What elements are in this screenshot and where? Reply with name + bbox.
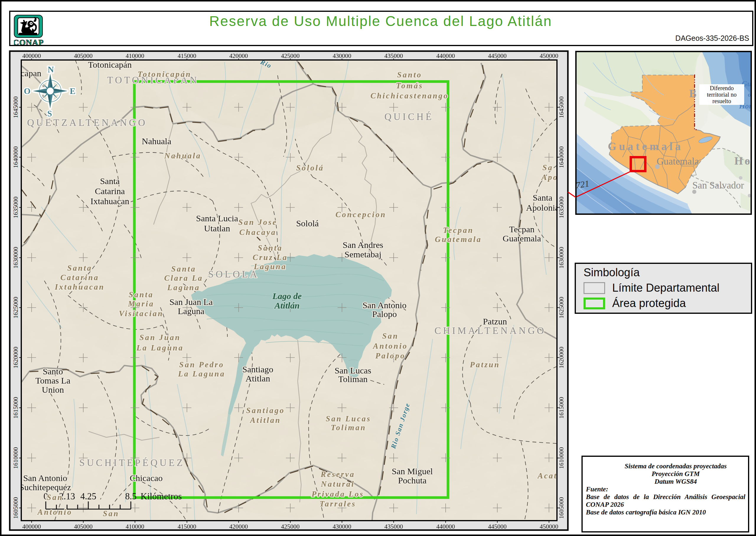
svg-text:Totonicapán: Totonicapán bbox=[138, 70, 192, 79]
svg-text:Union: Union bbox=[42, 385, 64, 394]
svg-text:capan: capan bbox=[21, 68, 41, 78]
svg-text:445000: 445000 bbox=[488, 52, 507, 59]
svg-text:405000: 405000 bbox=[74, 52, 93, 59]
svg-text:Atitlan: Atitlan bbox=[245, 374, 270, 383]
svg-text:1605000: 1605000 bbox=[12, 497, 19, 519]
svg-text:QUETZALTENANGO: QUETZALTENANGO bbox=[27, 117, 147, 128]
svg-text:Palopo: Palopo bbox=[375, 351, 405, 360]
svg-text:San: San bbox=[47, 493, 63, 502]
svg-text:440000: 440000 bbox=[436, 523, 455, 530]
svg-text:Guatemala: Guatemala bbox=[435, 235, 482, 244]
svg-text:Guatemala: Guatemala bbox=[608, 140, 683, 152]
svg-text:Toliman: Toliman bbox=[331, 423, 366, 432]
svg-text:San Antonio: San Antonio bbox=[23, 473, 67, 483]
svg-text:San Lucas: San Lucas bbox=[326, 414, 371, 423]
svg-text:San: San bbox=[103, 509, 119, 518]
svg-text:1620000: 1620000 bbox=[12, 347, 19, 368]
svg-text:1645000: 1645000 bbox=[12, 96, 19, 118]
svg-text:Antonio: Antonio bbox=[372, 342, 408, 351]
svg-text:San Andres: San Andres bbox=[343, 240, 383, 250]
svg-text:San Juan: San Juan bbox=[140, 333, 180, 342]
svg-text:Tomás: Tomás bbox=[396, 81, 424, 90]
svg-text:territorial no: territorial no bbox=[707, 91, 737, 98]
svg-text:Catarina: Catarina bbox=[95, 186, 125, 196]
svg-text:E: E bbox=[70, 86, 75, 96]
svg-text:San: San bbox=[382, 331, 399, 340]
svg-text:San Antonio: San Antonio bbox=[362, 300, 406, 310]
svg-text:Guatemala: Guatemala bbox=[657, 156, 699, 167]
svg-text:Tomas La: Tomas La bbox=[35, 376, 71, 385]
svg-text:Santiago: Santiago bbox=[242, 364, 273, 374]
svg-text:Patzun: Patzun bbox=[483, 317, 507, 326]
svg-text:1615000: 1615000 bbox=[12, 397, 19, 419]
svg-text:721: 721 bbox=[575, 179, 590, 190]
svg-text:Natural: Natural bbox=[320, 480, 355, 488]
svg-text:425000: 425000 bbox=[281, 523, 300, 530]
svg-text:N: N bbox=[48, 65, 54, 74]
svg-text:420000: 420000 bbox=[230, 52, 248, 59]
svg-text:SUCHITEPÉQUEZ: SUCHITEPÉQUEZ bbox=[79, 457, 185, 468]
svg-text:Maria: Maria bbox=[128, 299, 154, 308]
svg-text:Chichicastenango: Chichicastenango bbox=[370, 91, 449, 100]
svg-text:San Miguel: San Miguel bbox=[392, 466, 433, 476]
svg-text:440000: 440000 bbox=[436, 52, 455, 59]
svg-text:Sololá: Sololá bbox=[296, 218, 319, 228]
svg-text:410000: 410000 bbox=[126, 52, 144, 59]
svg-text:San Jose: San Jose bbox=[238, 218, 277, 227]
svg-text:1610000: 1610000 bbox=[12, 447, 19, 469]
svg-text:QUICHÉ: QUICHÉ bbox=[385, 112, 434, 122]
svg-text:Santa: Santa bbox=[67, 264, 92, 272]
svg-text:S: S bbox=[47, 109, 52, 118]
svg-text:Santo: Santo bbox=[43, 366, 63, 376]
svg-text:Pochuta: Pochuta bbox=[398, 475, 427, 485]
svg-text:405000: 405000 bbox=[74, 523, 93, 530]
svg-text:Tarrales: Tarrales bbox=[320, 499, 356, 508]
svg-text:Laguna: Laguna bbox=[167, 283, 200, 292]
svg-text:Santa: Santa bbox=[129, 290, 154, 299]
svg-text:Santa: Santa bbox=[533, 193, 552, 202]
svg-text:Cruz La: Cruz La bbox=[253, 253, 288, 262]
svg-text:1630000: 1630000 bbox=[12, 247, 19, 269]
svg-text:Apolonia: Apolonia bbox=[526, 203, 559, 213]
svg-text:San Salvador: San Salvador bbox=[692, 180, 744, 190]
svg-text:B: B bbox=[689, 87, 697, 100]
svg-text:San Pedro: San Pedro bbox=[179, 360, 224, 369]
svg-text:Atitlan: Atitlan bbox=[250, 416, 281, 424]
svg-text:Santa Lucia: Santa Lucia bbox=[196, 213, 238, 223]
svg-text:San Juan La: San Juan La bbox=[170, 297, 213, 307]
svg-text:Patzun: Patzun bbox=[470, 360, 500, 369]
svg-text:435000: 435000 bbox=[385, 523, 403, 530]
svg-text:Tecpan: Tecpan bbox=[509, 224, 535, 234]
svg-text:Privada Los: Privada Los bbox=[311, 489, 364, 498]
svg-text:Apo: Apo bbox=[541, 173, 558, 182]
svg-text:415000: 415000 bbox=[178, 523, 196, 530]
svg-text:Ixtahuacan: Ixtahuacan bbox=[54, 283, 105, 291]
svg-text:Suchitepequez: Suchitepequez bbox=[19, 482, 71, 492]
svg-text:Sa: Sa bbox=[543, 163, 553, 172]
svg-text:400000: 400000 bbox=[22, 52, 41, 59]
svg-text:Antonio: Antonio bbox=[37, 508, 72, 517]
svg-text:La Laguna: La Laguna bbox=[178, 369, 225, 378]
svg-text:Santa: Santa bbox=[100, 176, 120, 186]
svg-text:Reserva: Reserva bbox=[320, 470, 355, 479]
svg-text:450000: 450000 bbox=[540, 52, 558, 59]
svg-text:410000: 410000 bbox=[126, 523, 144, 530]
svg-text:Nahuala: Nahuala bbox=[142, 136, 171, 146]
svg-text:420000: 420000 bbox=[230, 523, 248, 530]
svg-text:400000: 400000 bbox=[22, 523, 41, 530]
svg-text:Toliman: Toliman bbox=[338, 374, 368, 384]
svg-text:Utatlan: Utatlan bbox=[204, 223, 230, 233]
svg-text:430000: 430000 bbox=[333, 523, 351, 530]
svg-text:430000: 430000 bbox=[333, 52, 351, 59]
svg-text:445000: 445000 bbox=[488, 523, 507, 530]
svg-text:Visitacian: Visitacian bbox=[119, 309, 163, 318]
svg-text:resuelto: resuelto bbox=[712, 98, 731, 104]
svg-text:Ho: Ho bbox=[735, 155, 752, 167]
svg-text:Semetabaj: Semetabaj bbox=[345, 250, 382, 259]
svg-text:4.25: 4.25 bbox=[80, 491, 96, 501]
svg-text:Kilómetros: Kilómetros bbox=[141, 491, 182, 501]
svg-text:Santa: Santa bbox=[171, 264, 196, 273]
svg-text:SOLOLÁ: SOLOLÁ bbox=[208, 269, 259, 280]
svg-text:Santiago: Santiago bbox=[246, 406, 285, 415]
svg-text:CHIMALTENANGO: CHIMALTENANGO bbox=[434, 325, 546, 336]
